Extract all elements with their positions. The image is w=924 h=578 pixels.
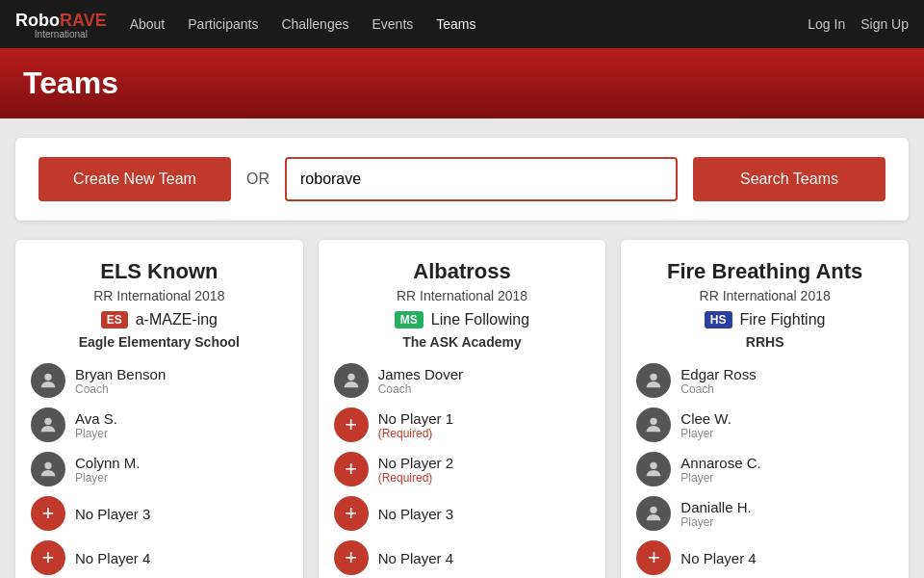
add-player-button[interactable]: +: [334, 407, 369, 442]
page-title: Teams: [23, 66, 901, 101]
navbar: RoboRAVE International About Participant…: [0, 0, 924, 48]
player-role: Coach: [378, 382, 463, 396]
player-item: Danialle H. Player: [636, 496, 893, 531]
team-event: RR International 2018: [636, 288, 893, 303]
nav-events[interactable]: Events: [372, 16, 413, 32]
player-name: Ava S.: [75, 410, 117, 427]
player-info: No Player 4: [680, 550, 756, 566]
player-info: Colynn M. Player: [75, 455, 141, 485]
search-area: Create New Team OR Search Teams: [15, 138, 909, 221]
player-name: No Player 4: [680, 550, 756, 566]
svg-point-3: [347, 374, 354, 381]
add-player-button[interactable]: +: [334, 540, 369, 575]
team-event: RR International 2018: [31, 288, 288, 303]
team-event: RR International 2018: [334, 288, 591, 303]
team-card: Fire Breathing Ants RR International 201…: [621, 240, 909, 578]
player-name: Danialle H.: [680, 499, 751, 515]
add-player-button[interactable]: +: [334, 452, 369, 486]
nav-about[interactable]: About: [130, 16, 166, 32]
team-card: Albatross RR International 2018 MS Line …: [319, 240, 606, 578]
challenge-badge: ES: [101, 311, 128, 328]
svg-point-1: [44, 418, 51, 425]
player-item: + No Player 2 (Required): [334, 452, 591, 486]
avatar: [334, 363, 369, 398]
avatar: [31, 363, 65, 398]
or-text: OR: [246, 171, 270, 188]
player-name: No Player 1: [378, 410, 453, 427]
player-list: Edgar Ross Coach Clee W. Player: [636, 363, 893, 575]
logo: RoboRAVE International: [15, 10, 107, 39]
player-role: Coach: [680, 382, 756, 396]
avatar: [31, 407, 65, 442]
player-role: Player: [680, 427, 732, 440]
player-name: No Player 3: [75, 506, 150, 522]
nav-teams[interactable]: Teams: [436, 16, 475, 32]
svg-point-2: [44, 462, 51, 469]
player-info: No Player 3: [75, 506, 150, 522]
team-name: Fire Breathing Ants: [636, 259, 893, 284]
player-item: + No Player 4: [334, 540, 591, 575]
svg-point-6: [651, 462, 657, 469]
player-name: No Player 2: [378, 455, 453, 471]
avatar: [636, 363, 671, 398]
player-role: Coach: [75, 382, 166, 396]
player-name: Clee W.: [680, 410, 732, 427]
team-name: Albatross: [334, 259, 591, 284]
player-item: Bryan Benson Coach: [31, 363, 288, 398]
player-role: Player: [680, 471, 760, 485]
player-info: No Player 2 (Required): [378, 455, 453, 485]
challenge-name: Line Following: [431, 311, 529, 328]
player-item: + No Player 4: [31, 540, 288, 575]
svg-point-4: [651, 374, 657, 381]
search-input[interactable]: [285, 157, 678, 201]
avatar: [636, 496, 671, 531]
create-team-button[interactable]: Create New Team: [38, 157, 231, 201]
challenge-badge: HS: [705, 311, 732, 328]
nav-challenges[interactable]: Challenges: [281, 16, 348, 32]
page-header: Teams: [0, 48, 924, 118]
player-item: Clee W. Player: [636, 407, 893, 442]
player-info: James Dover Coach: [378, 366, 463, 396]
player-role: (Required): [378, 427, 453, 440]
team-challenge: HS Fire Fighting: [636, 311, 893, 328]
add-player-button[interactable]: +: [31, 540, 65, 575]
player-name: Colynn M.: [75, 455, 141, 471]
svg-point-5: [651, 418, 657, 425]
search-teams-button[interactable]: Search Teams: [693, 157, 886, 201]
signup-link[interactable]: Sign Up: [860, 16, 909, 32]
player-item: Colynn M. Player: [31, 452, 288, 486]
player-role: (Required): [378, 471, 453, 485]
challenge-name: Fire Fighting: [740, 311, 826, 328]
add-player-button[interactable]: +: [334, 496, 369, 531]
player-item: + No Player 3: [31, 496, 288, 531]
player-item: + No Player 3: [334, 496, 591, 531]
login-link[interactable]: Log In: [808, 16, 845, 32]
challenge-name: a-MAZE-ing: [136, 311, 218, 328]
nav-links: About Participants Challenges Events Tea…: [130, 16, 808, 32]
player-name: Bryan Benson: [75, 366, 166, 382]
player-info: Bryan Benson Coach: [75, 366, 166, 396]
logo-text: RoboRAVE: [15, 10, 107, 29]
team-school: Eagle Elementary School: [31, 334, 288, 350]
player-item: Edgar Ross Coach: [636, 363, 893, 398]
player-list: Bryan Benson Coach Ava S. Player: [31, 363, 288, 575]
team-card: ELS Known RR International 2018 ES a-MAZ…: [15, 240, 303, 578]
svg-point-7: [651, 507, 657, 513]
player-item: James Dover Coach: [334, 363, 591, 398]
player-item: Ava S. Player: [31, 407, 288, 442]
nav-participants[interactable]: Participants: [188, 16, 258, 32]
player-name: No Player 3: [378, 506, 453, 522]
player-info: No Player 1 (Required): [378, 410, 453, 440]
add-player-button[interactable]: +: [636, 540, 671, 575]
player-info: No Player 4: [378, 550, 453, 566]
player-name: No Player 4: [75, 550, 150, 566]
add-player-button[interactable]: +: [31, 496, 65, 531]
player-info: No Player 3: [378, 506, 453, 522]
player-name: Edgar Ross: [680, 366, 756, 382]
challenge-badge: MS: [395, 311, 424, 328]
team-challenge: MS Line Following: [334, 311, 591, 328]
player-info: Danialle H. Player: [680, 499, 751, 529]
avatar: [636, 452, 671, 486]
player-info: Clee W. Player: [680, 410, 732, 440]
player-list: James Dover Coach + No Player 1 (Require…: [334, 363, 591, 575]
